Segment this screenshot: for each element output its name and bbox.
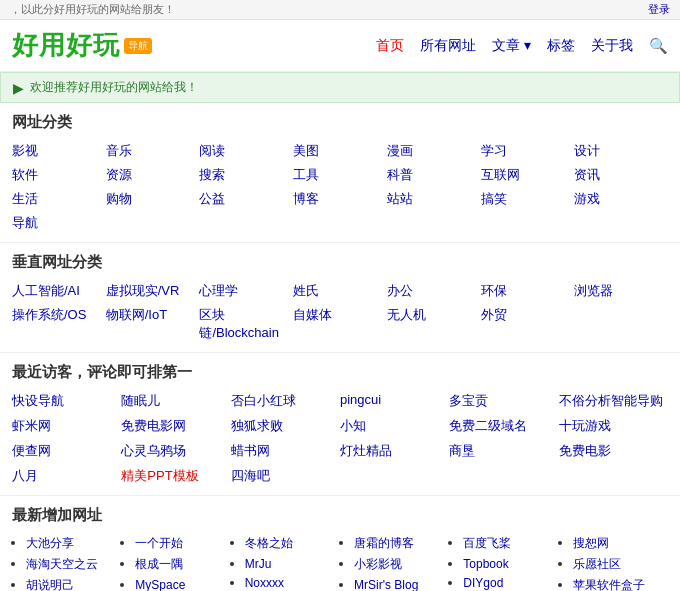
vcat-vr[interactable]: 虚拟现实/VR	[106, 282, 200, 300]
vcat-surname[interactable]: 姓氏	[293, 282, 387, 300]
new-sites-col-5: 百度飞桨 Topbook DIYgod 闻奥淋洛	[449, 535, 558, 591]
vcat-iot[interactable]: 物联网/IoT	[106, 306, 200, 342]
vertical-categories-grid: 人工智能/AI 虚拟现实/VR 心理学 姓氏 办公 环保 浏览器 操作系统/OS…	[12, 282, 668, 342]
visitor-八月[interactable]: 八月	[12, 467, 121, 485]
visitor-四海吧[interactable]: 四海吧	[231, 467, 340, 485]
visitor-快设导航[interactable]: 快设导航	[12, 392, 121, 410]
cat-搞笑[interactable]: 搞笑	[481, 190, 575, 208]
cat-工具[interactable]: 工具	[293, 166, 387, 184]
visitor-小知[interactable]: 小知	[340, 417, 449, 435]
cat-设计[interactable]: 设计	[574, 142, 668, 160]
vcat-environment[interactable]: 环保	[481, 282, 575, 300]
visitor-灯灶精品[interactable]: 灯灶精品	[340, 442, 449, 460]
search-icon[interactable]: 🔍	[649, 37, 668, 55]
cat-导航[interactable]: 导航	[12, 214, 106, 232]
nav-all-sites[interactable]: 所有网址	[420, 37, 476, 55]
site-DIYgod[interactable]: DIYgod	[463, 576, 503, 590]
cat-学习[interactable]: 学习	[481, 142, 575, 160]
nav-tags[interactable]: 标签	[547, 37, 575, 55]
site-大池分享[interactable]: 大池分享	[26, 536, 74, 550]
visitor-蜡书网[interactable]: 蜡书网	[231, 442, 340, 460]
visitor-精美PPT模板[interactable]: 精美PPT模板	[121, 467, 230, 485]
cat-漫画[interactable]: 漫画	[387, 142, 481, 160]
new-sites-col-4: 唐霜的博客 小彩影视 MrSir's Blog 鳞牛源	[340, 535, 449, 591]
nav-home[interactable]: 首页	[376, 37, 404, 55]
logo-badge: 导航	[124, 38, 152, 54]
site-海淘天空之云[interactable]: 海淘天空之云	[26, 557, 98, 571]
cat-阅读[interactable]: 阅读	[199, 142, 293, 160]
nav-articles[interactable]: 文章 ▾	[492, 37, 531, 55]
welcome-arrow: ▶	[13, 80, 24, 96]
vcat-os[interactable]: 操作系统/OS	[12, 306, 106, 342]
cat-公益[interactable]: 公益	[199, 190, 293, 208]
nav-about[interactable]: 关于我	[591, 37, 633, 55]
vcat-psychology[interactable]: 心理学	[199, 282, 293, 300]
site-MySpace[interactable]: MySpace	[135, 578, 185, 591]
vcat-office[interactable]: 办公	[387, 282, 481, 300]
new-sites-col-6: 搜恕网 乐愿社区 苹果软件盒子 Kevan's Blog	[559, 535, 668, 591]
site-唐霜的博客[interactable]: 唐霜的博客	[354, 536, 414, 550]
logo-text: 好用好玩	[12, 28, 120, 63]
site-小彩影视[interactable]: 小彩影视	[354, 557, 402, 571]
site-百度飞桨[interactable]: 百度飞桨	[463, 536, 511, 550]
cat-资源[interactable]: 资源	[106, 166, 200, 184]
site-MrSirsBlog[interactable]: MrSir's Blog	[354, 578, 418, 591]
recent-visitors-title: 最近访客，评论即可排第一	[12, 363, 668, 382]
visitor-随眠儿[interactable]: 随眠儿	[121, 392, 230, 410]
vcat-browser[interactable]: 浏览器	[574, 282, 668, 300]
header: 好用好玩 导航 首页 所有网址 文章 ▾ 标签 关于我 🔍	[0, 20, 680, 72]
new-sites-grid: 大池分享 海淘天空之云 胡说明己 LightPDF 一个开始 根成一隅 MySp…	[12, 535, 668, 591]
site-冬格之始[interactable]: 冬格之始	[245, 536, 293, 550]
vertical-categories-section: 垂直网址分类 人工智能/AI 虚拟现实/VR 心理学 姓氏 办公 环保 浏览器 …	[0, 243, 680, 353]
visitor-免费二级域名[interactable]: 免费二级域名	[449, 417, 558, 435]
categories-grid: 影视 音乐 阅读 美图 漫画 学习 设计 软件 资源 搜索 工具 科普 互联网 …	[12, 142, 668, 232]
visitor-不俗分析[interactable]: 不俗分析智能导购	[559, 392, 668, 410]
visitor-商垦[interactable]: 商垦	[449, 442, 558, 460]
welcome-banner: ▶ 欢迎推荐好用好玩的网站给我！	[0, 72, 680, 103]
vcat-media[interactable]: 自媒体	[293, 306, 387, 342]
cat-生活[interactable]: 生活	[12, 190, 106, 208]
cat-软件[interactable]: 软件	[12, 166, 106, 184]
vcat-ai[interactable]: 人工智能/AI	[12, 282, 106, 300]
cat-站站[interactable]: 站站	[387, 190, 481, 208]
site-一个开始[interactable]: 一个开始	[135, 536, 183, 550]
visitor-心灵乌鸦场[interactable]: 心灵乌鸦场	[121, 442, 230, 460]
vertical-categories-title: 垂直网址分类	[12, 253, 668, 272]
login-link[interactable]: 登录	[648, 2, 670, 17]
vcat-drone[interactable]: 无人机	[387, 306, 481, 342]
visitor-虾米网[interactable]: 虾米网	[12, 417, 121, 435]
site-Topbook[interactable]: Topbook	[463, 557, 508, 571]
site-乐愿社区[interactable]: 乐愿社区	[573, 557, 621, 571]
visitor-免费电影网[interactable]: 免费电影网	[121, 417, 230, 435]
cat-资讯[interactable]: 资讯	[574, 166, 668, 184]
site-胡说明己[interactable]: 胡说明己	[26, 578, 74, 591]
vcat-blockchain[interactable]: 区块链/Blockchain	[199, 306, 293, 342]
visitor-多宝贡[interactable]: 多宝贡	[449, 392, 558, 410]
cat-游戏[interactable]: 游戏	[574, 190, 668, 208]
logo: 好用好玩 导航	[12, 28, 152, 63]
visitor-免费电影[interactable]: 免费电影	[559, 442, 668, 460]
vcat-trade[interactable]: 外贸	[481, 306, 575, 342]
cat-影视[interactable]: 影视	[12, 142, 106, 160]
cat-搜索[interactable]: 搜索	[199, 166, 293, 184]
visitor-十玩游戏[interactable]: 十玩游戏	[559, 417, 668, 435]
new-sites-section: 最新增加网址 大池分享 海淘天空之云 胡说明己 LightPDF 一个开始 根成…	[0, 496, 680, 591]
visitor-便查网[interactable]: 便查网	[12, 442, 121, 460]
cat-购物[interactable]: 购物	[106, 190, 200, 208]
site-苹果软件盒子[interactable]: 苹果软件盒子	[573, 578, 645, 591]
visitor-独狐求败[interactable]: 独狐求败	[231, 417, 340, 435]
visitor-否白小红球[interactable]: 否白小红球	[231, 392, 340, 410]
cat-美图[interactable]: 美图	[293, 142, 387, 160]
cat-科普[interactable]: 科普	[387, 166, 481, 184]
site-搜恕网[interactable]: 搜恕网	[573, 536, 609, 550]
vcat-empty	[574, 306, 668, 342]
new-sites-title: 最新增加网址	[12, 506, 668, 525]
cat-音乐[interactable]: 音乐	[106, 142, 200, 160]
site-根成一隅[interactable]: 根成一隅	[135, 557, 183, 571]
site-MrJu[interactable]: MrJu	[245, 557, 272, 571]
cat-博客[interactable]: 博客	[293, 190, 387, 208]
site-Noxxxx[interactable]: Noxxxx	[245, 576, 284, 590]
cat-互联网[interactable]: 互联网	[481, 166, 575, 184]
visitor-pingcui[interactable]: pingcui	[340, 392, 449, 410]
top-bar: ，以此分好用好玩的网站给朋友！ 登录	[0, 0, 680, 20]
